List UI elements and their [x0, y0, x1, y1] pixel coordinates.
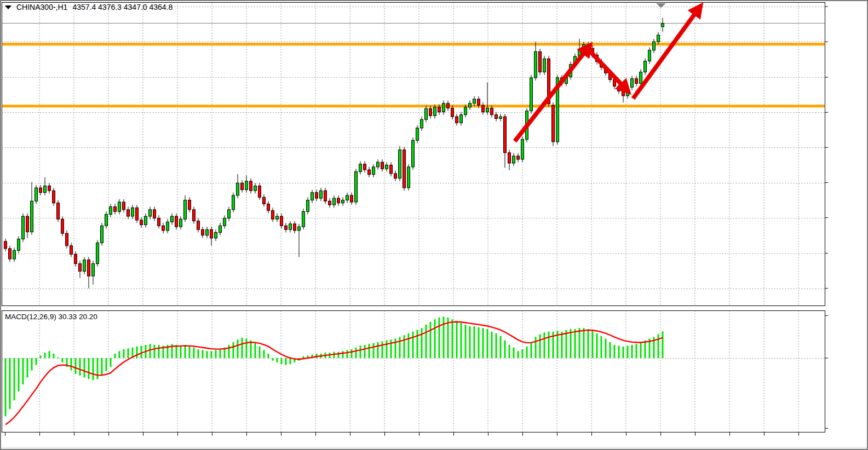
bull-candle [434, 107, 436, 116]
bull-candle [320, 191, 323, 198]
bull-candle [346, 195, 349, 200]
bull-candle [355, 172, 358, 202]
bear-candle [508, 153, 511, 163]
bear-candle [127, 210, 130, 216]
bull-candle [640, 72, 642, 84]
bull-candle [307, 200, 309, 212]
bull-candle [118, 202, 121, 211]
bear-candle [337, 198, 340, 203]
bear-candle [329, 201, 331, 205]
bull-candle [31, 201, 33, 232]
bear-candle [635, 79, 638, 84]
bull-candle [228, 210, 231, 218]
macd-panel[interactable] [2, 311, 825, 432]
bull-candle [206, 229, 209, 235]
bull-candle [311, 193, 314, 200]
bull-candle [644, 61, 647, 72]
bull-candle [342, 200, 344, 203]
bear-candle [123, 202, 125, 210]
bull-candle [215, 233, 217, 238]
bull-candle [44, 186, 47, 193]
bear-candle [390, 165, 393, 174]
bull-candle [534, 51, 537, 78]
bull-candle [530, 78, 533, 111]
bull-candle [180, 219, 182, 227]
bull-candle [149, 210, 152, 216]
bear-candle [272, 211, 274, 220]
bear-candle [4, 241, 7, 249]
bull-candle [298, 227, 301, 230]
bear-candle [267, 204, 270, 211]
bear-candle [438, 107, 441, 112]
bull-candle [407, 167, 410, 188]
bear-candle [39, 188, 42, 193]
bull-candle [101, 226, 104, 243]
bull-candle [131, 207, 134, 216]
bull-candle [412, 140, 415, 167]
bull-candle [145, 216, 147, 225]
bull-candle [657, 35, 660, 42]
bear-candle [74, 254, 77, 263]
bear-candle [136, 207, 139, 220]
bull-candle [13, 250, 16, 259]
bull-candle [18, 239, 20, 251]
bull-candle [184, 200, 187, 220]
bull-candle [237, 183, 239, 195]
bull-candle [289, 224, 292, 229]
bull-candle [302, 211, 305, 227]
bull-candle [543, 59, 546, 72]
bull-candle [96, 243, 99, 264]
bear-candle [517, 156, 520, 159]
bear-candle [175, 216, 178, 227]
bear-candle [504, 117, 507, 153]
bull-candle [653, 42, 656, 50]
bear-candle [324, 191, 327, 201]
bull-candle [473, 99, 476, 103]
bear-candle [263, 197, 266, 204]
bull-candle [92, 264, 95, 276]
bear-candle [88, 260, 90, 276]
bull-candle [421, 119, 423, 128]
bear-candle [26, 216, 29, 232]
bear-candle [622, 91, 625, 96]
bull-candle [648, 50, 651, 61]
bear-candle [140, 220, 143, 225]
bear-candle [57, 203, 60, 219]
bull-candle [171, 216, 174, 222]
bear-candle [258, 186, 261, 198]
bull-candle [662, 24, 664, 27]
chart-canvas[interactable] [0, 0, 868, 450]
bear-candle [114, 207, 117, 212]
bull-candle [110, 207, 112, 215]
bear-candle [403, 150, 406, 188]
bear-candle [61, 219, 64, 233]
bull-candle [232, 195, 235, 210]
bear-candle [210, 229, 213, 238]
bear-candle [429, 108, 432, 116]
bull-candle [521, 140, 524, 159]
bull-candle [464, 107, 467, 115]
bull-candle [333, 198, 336, 205]
bull-candle [35, 188, 38, 201]
bull-candle [245, 181, 248, 190]
bull-candle [359, 164, 362, 172]
bull-candle [399, 150, 401, 178]
bear-candle [9, 249, 12, 259]
bull-candle [469, 103, 472, 107]
bull-candle [513, 156, 515, 163]
bear-candle [368, 170, 371, 175]
bear-candle [394, 174, 397, 178]
bear-candle [495, 115, 498, 119]
bear-candle [618, 86, 620, 91]
bear-candle [79, 264, 82, 272]
bear-candle [456, 117, 458, 123]
bull-candle [105, 215, 108, 226]
bull-candle [219, 226, 222, 232]
bear-candle [451, 108, 454, 117]
bear-candle [381, 162, 384, 169]
bull-candle [499, 117, 502, 118]
bull-candle [22, 216, 25, 239]
bear-candle [188, 200, 191, 210]
bull-candle [372, 167, 375, 175]
bear-candle [197, 221, 200, 230]
